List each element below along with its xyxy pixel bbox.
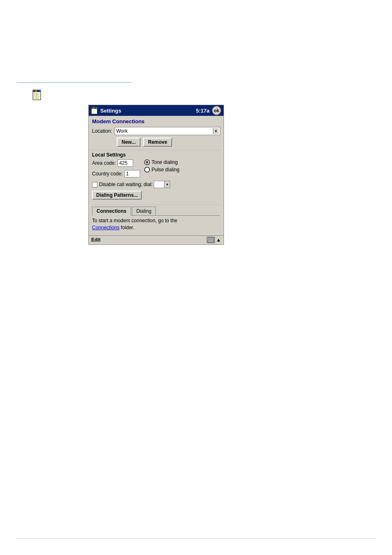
modem-connections-title: Modem Connections <box>92 118 220 124</box>
title-bar-left: Settings <box>91 107 121 114</box>
title-time: 5:17a <box>196 108 210 114</box>
tab-dialing[interactable]: Dialing <box>132 207 156 215</box>
location-value: Work <box>116 128 213 134</box>
taskbar-icons: ▲ <box>207 237 221 243</box>
svg-rect-14 <box>93 108 95 109</box>
call-waiting-row: Disable call waiting; dial: ▼ <box>92 181 220 188</box>
svg-rect-4 <box>37 90 39 92</box>
location-select[interactable]: Work ▼ <box>115 127 220 135</box>
separator-1 <box>92 150 220 150</box>
page-settings-icon <box>32 90 43 103</box>
top-rule <box>16 82 131 83</box>
right-col: Tone dialing Pulse dialing <box>144 159 180 173</box>
tone-dialing-row[interactable]: Tone dialing <box>144 159 180 165</box>
svg-rect-23 <box>209 240 210 240</box>
left-col: Area code: Country code: <box>92 159 142 179</box>
dialing-patterns-wrapper: Dialing Patterns... <box>92 191 220 202</box>
call-waiting-label: Disable call waiting; <box>99 182 142 187</box>
dial-input[interactable] <box>154 181 164 188</box>
ok-button[interactable]: ok <box>212 106 221 115</box>
tone-dialing-label: Tone dialing <box>152 159 178 165</box>
settings-title-icon <box>91 107 99 114</box>
separator-2 <box>92 205 220 205</box>
info-text-after: folder. <box>121 225 134 230</box>
svg-rect-17 <box>208 238 208 239</box>
pulse-dialing-label: Pulse dialing <box>152 167 180 173</box>
country-code-label: Country code: <box>92 171 123 177</box>
area-code-label: Area code: <box>92 160 116 166</box>
connections-link[interactable]: Connections <box>92 225 120 230</box>
title-bar: Settings 5:17a ok <box>89 105 224 116</box>
two-column-settings: Area code: Country code: <box>92 159 220 179</box>
svg-rect-21 <box>212 238 213 239</box>
svg-rect-22 <box>208 240 208 240</box>
svg-rect-27 <box>208 241 213 242</box>
title-text: Settings <box>100 108 121 114</box>
device-window: Settings 5:17a ok Modem Connections Loca… <box>88 105 224 245</box>
new-button[interactable]: New... <box>117 138 141 147</box>
keyboard-icon[interactable] <box>207 237 215 243</box>
call-waiting-checkbox[interactable] <box>92 182 97 187</box>
pulse-dialing-row[interactable]: Pulse dialing <box>144 167 180 173</box>
pulse-dialing-radio[interactable] <box>144 167 150 173</box>
location-dropdown-arrow[interactable]: ▼ <box>213 128 219 134</box>
svg-rect-24 <box>210 240 211 240</box>
tone-dialing-dot <box>146 161 148 164</box>
svg-rect-20 <box>211 238 212 239</box>
info-text: To start a modem connection, go to the C… <box>92 217 220 231</box>
button-row: New... Remove <box>92 138 220 147</box>
dial-dropdown-arrow[interactable]: ▼ <box>164 181 170 188</box>
dialing-patterns-button[interactable]: Dialing Patterns... <box>92 191 142 200</box>
svg-rect-13 <box>92 108 93 109</box>
area-code-row: Area code: <box>92 159 142 167</box>
svg-rect-19 <box>210 238 211 239</box>
info-text-before: To start a modem connection, go to the <box>92 218 177 223</box>
dial-input-wrapper: ▼ <box>154 181 170 188</box>
taskbar-edit[interactable]: Edit <box>91 237 101 243</box>
location-label: Location: <box>92 128 112 134</box>
svg-rect-3 <box>35 90 37 92</box>
location-row: Location: Work ▼ <box>92 127 220 135</box>
svg-rect-2 <box>33 90 35 92</box>
remove-button[interactable]: Remove <box>143 138 172 147</box>
tab-row: Connections Dialing <box>92 207 220 216</box>
svg-rect-25 <box>211 240 212 240</box>
content-area: Modem Connections Location: Work ▼ New..… <box>89 116 224 235</box>
tab-connections[interactable]: Connections <box>92 207 131 216</box>
country-code-input[interactable] <box>125 170 140 177</box>
bottom-rule <box>16 538 376 539</box>
up-arrow-icon[interactable]: ▲ <box>216 237 221 243</box>
svg-rect-15 <box>95 108 96 109</box>
svg-rect-18 <box>209 238 210 239</box>
dial-label: dial: <box>143 182 152 187</box>
area-code-input[interactable] <box>118 159 133 167</box>
country-code-row: Country code: <box>92 170 142 177</box>
taskbar: Edit <box>89 235 224 244</box>
tone-dialing-radio[interactable] <box>144 159 150 165</box>
svg-rect-26 <box>212 240 213 240</box>
local-settings-title: Local Settings <box>92 152 220 158</box>
page-container: Settings 5:17a ok Modem Connections Loca… <box>0 0 392 555</box>
